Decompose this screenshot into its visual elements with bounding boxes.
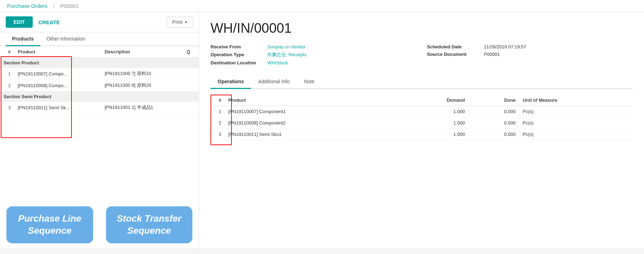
receive-from-label: Receive From: [211, 44, 264, 49]
right-tabs: Operations Additional Info Note: [211, 75, 633, 89]
products-table: # Product Description Q Section Product …: [0, 46, 199, 113]
op-row-unit: Pc(s): [519, 106, 633, 117]
scheduled-date-label: Scheduled Date: [427, 44, 480, 49]
row-qty: [183, 80, 199, 91]
edit-button[interactable]: EDIT: [6, 16, 33, 28]
create-button[interactable]: CREATE: [38, 19, 60, 25]
col-header-num: #: [0, 46, 14, 58]
op-row-done: 0.000: [468, 117, 519, 129]
row-description: [PN1911000 7] 原料10: [101, 68, 183, 80]
tab-other-information[interactable]: Other Information: [40, 32, 92, 46]
left-toolbar: EDIT CREATE Print ▼: [0, 12, 199, 32]
right-panel: WH/IN/00001 Receive From Sunpop.cn Vendo…: [199, 12, 644, 248]
op-row-demand: 1.000: [400, 117, 469, 129]
operations-table-wrap: # Product Demand Done Unit of Measure 1 …: [211, 95, 633, 140]
op-row-demand: 1.000: [400, 129, 469, 140]
table-row: 3 [PN19110011] Semi Sku1 1.000 0.000 Pc(…: [211, 129, 633, 140]
source-document-label: Source Document: [427, 52, 480, 57]
row-product[interactable]: [PN19110008] Compo...: [14, 80, 101, 91]
source-document-value: P00001: [484, 52, 500, 57]
row-product[interactable]: [PN19110007] Compo...: [14, 68, 101, 80]
breadcrumb-separator: /: [53, 3, 54, 9]
op-row-demand: 1.000: [400, 106, 469, 117]
destination-location-row: Destination Location WH/Stock: [211, 59, 416, 67]
section-row: Section Semi Product: [0, 91, 199, 102]
operations-table: # Product Demand Done Unit of Measure 1 …: [211, 95, 633, 140]
breadcrumb-current: P00001: [60, 3, 79, 9]
receive-from-value[interactable]: Sunpop.cn Vendor: [267, 44, 305, 49]
table-row: 3 [PN19110011] Semi Sk... [PN1911001 1] …: [0, 102, 199, 113]
scheduled-date-row: Scheduled Date 11/28/2019 07:19:57: [427, 43, 633, 51]
left-panel: EDIT CREATE Print ▼ Products Other Infor…: [0, 12, 199, 248]
op-row-unit: Pc(s): [519, 117, 633, 129]
left-tabs: Products Other Information: [0, 32, 199, 46]
row-num: 1: [0, 68, 14, 80]
op-col-unit: Unit of Measure: [519, 95, 633, 106]
op-row-done: 0.000: [468, 129, 519, 140]
breadcrumb-parent[interactable]: Purchase Orders: [7, 3, 47, 9]
print-button[interactable]: Print ▼: [167, 17, 193, 27]
destination-location-label: Destination Location: [211, 60, 264, 65]
tab-note[interactable]: Note: [297, 75, 322, 89]
destination-location-value[interactable]: WH/Stock: [267, 60, 288, 65]
tab-additional-info[interactable]: Additional Info: [251, 75, 297, 89]
top-bar: Purchase Orders / P00001: [0, 0, 644, 12]
print-arrow-icon: ▼: [184, 20, 188, 24]
op-col-done: Done: [468, 95, 519, 106]
stock-transfer-sequence-label: Stock TransferSequence: [106, 206, 193, 243]
receive-from-row: Receive From Sunpop.cn Vendor: [211, 43, 416, 51]
bottom-labels: Purchase LineSequence Stock TransferSequ…: [0, 201, 199, 248]
op-col-num: #: [211, 95, 225, 106]
op-row-product[interactable]: [PN19110007] Component1: [225, 106, 400, 117]
products-table-wrap: # Product Description Q Section Product …: [0, 46, 199, 201]
col-header-qty: Q: [183, 46, 199, 58]
op-col-demand: Demand: [400, 95, 469, 106]
row-qty: [183, 68, 199, 80]
op-row-product[interactable]: [PN19110008] Component2: [225, 117, 400, 129]
table-row: 2 [PN19110008] Component2 1.000 0.000 Pc…: [211, 117, 633, 129]
table-row: 1 [PN19110007] Compo... [PN1911000 7] 原料…: [0, 68, 199, 80]
purchase-line-sequence-label: Purchase LineSequence: [6, 206, 93, 243]
print-label: Print: [172, 19, 182, 25]
row-num: 3: [0, 102, 14, 113]
row-num: 2: [0, 80, 14, 91]
op-row-num: 2: [211, 117, 225, 129]
operation-type-value[interactable]: 尚鹏总仓: Receipts: [267, 52, 307, 58]
row-qty: [183, 102, 199, 113]
tab-products[interactable]: Products: [6, 32, 40, 46]
op-row-done: 0.000: [468, 106, 519, 117]
table-row: 1 [PN19110007] Component1 1.000 0.000 Pc…: [211, 106, 633, 117]
col-header-product: Product: [14, 46, 101, 58]
receipt-title: WH/IN/00001: [211, 21, 633, 36]
row-product[interactable]: [PN19110011] Semi Sk...: [14, 102, 101, 113]
op-row-product[interactable]: [PN19110011] Semi Sku1: [225, 129, 400, 140]
op-col-product: Product: [225, 95, 400, 106]
table-row: 2 [PN19110008] Compo... [PN1911000 8] 原料…: [0, 80, 199, 91]
op-row-num: 3: [211, 129, 225, 140]
scheduled-date-value: 11/28/2019 07:19:57: [484, 44, 526, 49]
row-description: [PN1911001 1] 半成品1: [101, 102, 183, 113]
source-document-row: Source Document P00001: [427, 51, 633, 58]
tab-operations[interactable]: Operations: [211, 75, 251, 89]
op-row-num: 1: [211, 106, 225, 117]
operation-type-label: Operation Type: [211, 52, 264, 57]
operation-type-row: Operation Type 尚鹏总仓: Receipts: [211, 51, 416, 59]
op-row-unit: Pc(s): [519, 129, 633, 140]
info-grid: Receive From Sunpop.cn Vendor Operation …: [211, 43, 633, 67]
row-description: [PN1911000 8] 原料20: [101, 80, 183, 91]
col-header-description: Description: [101, 46, 183, 58]
section-row: Section Product: [0, 58, 199, 68]
